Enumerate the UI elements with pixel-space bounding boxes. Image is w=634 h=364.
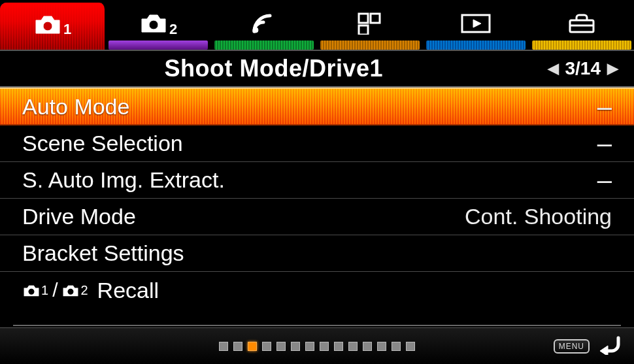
svg-rect-5 [359,25,368,35]
page-prev-arrow[interactable]: ◀ [548,60,559,77]
menu-item-label: 1 / 2 Recall [22,278,159,303]
toolbox-icon [567,12,596,37]
menu-item-value: – [597,92,612,122]
top-tabbar: 1 2 [0,0,634,51]
tab-camera1[interactable]: 1 [0,3,106,50]
menu-button[interactable]: MENU [554,339,590,354]
back-icon[interactable] [599,335,622,357]
page-dots [219,342,415,351]
menu-item-value: Cont. Shooting [465,204,612,229]
menu-item-label: Scene Selection [22,131,183,156]
tab-underline [532,41,631,50]
menu-item-value: – [597,165,612,195]
page-dot[interactable] [320,342,329,351]
camera2-mini-icon: 2 [61,283,88,298]
camera-icon [139,12,168,37]
tab-underline [108,41,208,50]
tab-camera2[interactable]: 2 [106,0,212,50]
page-dot[interactable] [406,342,415,351]
page-dot[interactable] [262,342,271,351]
tab-toolbox[interactable] [529,0,634,50]
tab-playback[interactable] [424,0,529,50]
svg-rect-4 [371,14,380,23]
apps-icon [358,12,382,37]
svg-marker-12 [600,346,608,355]
menu-item-value: – [597,129,612,158]
svg-marker-7 [473,20,481,27]
tab-badge: 1 [63,21,71,38]
page-dot[interactable] [233,342,242,351]
page-number: 3/14 [565,58,601,79]
page-dot[interactable] [392,342,401,351]
page-dot[interactable] [291,342,300,351]
page-dot[interactable] [348,342,358,351]
svg-rect-3 [359,14,368,23]
page-title: Shoot Mode/Drive1 [0,55,548,82]
page-dot[interactable] [363,342,372,351]
page-dot[interactable] [377,342,386,351]
svg-point-2 [253,27,258,33]
page-next-arrow[interactable]: ▶ [607,60,618,77]
svg-point-10 [29,288,35,294]
svg-point-1 [149,20,158,29]
tab-wireless[interactable] [212,0,318,50]
menu-list: Auto Mode – Scene Selection – S. Auto Im… [0,88,634,308]
tab-badge: 2 [169,21,177,38]
mini-badge: 2 [80,283,88,298]
recall-mode-icons: 1 / 2 [22,279,88,301]
menu-item-label: Bracket Settings [22,240,184,266]
camera1-mini-icon: 1 [22,283,48,298]
mini-badge: 1 [41,283,48,298]
menu-item-label: Drive Mode [22,204,136,229]
menu-item-auto-mode[interactable]: Auto Mode – [0,88,634,125]
menu-item-label: Auto Mode [22,94,129,120]
tab-underline [426,41,526,50]
divider [13,325,621,326]
menu-item-s-auto-img-extract[interactable]: S. Auto Img. Extract. – [0,162,634,199]
menu-item-bracket-settings[interactable]: Bracket Settings [0,235,634,272]
tab-apps[interactable] [318,0,424,50]
page-indicator: ◀ 3/14 ▶ [548,58,619,79]
page-dot[interactable] [334,342,343,351]
menu-item-scene-selection[interactable]: Scene Selection – [0,125,634,162]
menu-item-drive-mode[interactable]: Drive Mode Cont. Shooting [0,199,634,235]
tab-underline [214,41,314,50]
slash-separator: / [52,279,58,301]
page-dot[interactable] [219,342,228,351]
bottom-bar: MENU [0,327,634,364]
menu-item-label: S. Auto Img. Extract. [22,167,225,193]
title-row: Shoot Mode/Drive1 ◀ 3/14 ▶ [0,51,634,88]
recall-text: Recall [97,278,159,303]
svg-point-11 [68,288,74,294]
page-dot[interactable] [305,342,314,351]
playback-icon [460,12,492,37]
wireless-icon [250,12,278,38]
page-dot[interactable] [248,342,257,351]
camera-icon [33,14,62,39]
page-dot[interactable] [276,342,286,351]
menu-item-recall[interactable]: 1 / 2 Recall [0,272,634,308]
svg-point-0 [43,22,52,31]
tab-underline [320,41,420,50]
